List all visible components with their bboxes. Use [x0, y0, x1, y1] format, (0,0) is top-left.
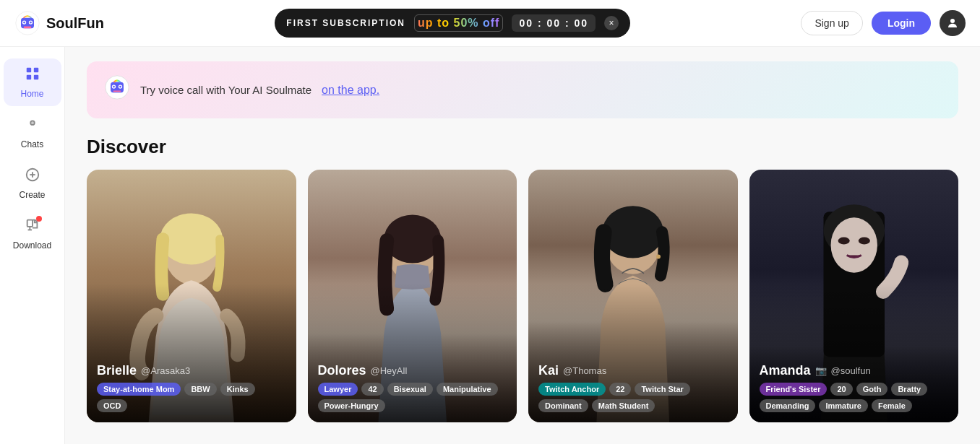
sidebar-home-label: Home [20, 89, 43, 99]
voice-banner-link[interactable]: on the app. [322, 84, 379, 97]
tag: Female [872, 399, 912, 412]
tag: Friend's Sister [760, 383, 828, 396]
login-button[interactable]: Login [872, 12, 931, 35]
svg-point-14 [31, 121, 34, 124]
svg-rect-26 [113, 91, 121, 92]
card-handle-brielle: @Arasaka3 [141, 365, 190, 376]
card-content-dolores: Dolores @HeyAll Lawyer 42 Bisexual Manip… [308, 353, 517, 422]
card-handle-kai: @Thomas [563, 365, 606, 376]
promo-label: FIRST SUBSCRIPTION [286, 18, 405, 28]
tag: Manipulative [437, 383, 498, 396]
cards-grid: Brielle @Arasaka3 Stay-at-home Mom BBW K… [87, 170, 958, 422]
home-icon [25, 66, 40, 86]
svg-point-40 [838, 237, 849, 244]
svg-point-24 [113, 86, 115, 88]
tag: 42 [361, 383, 383, 396]
svg-point-28 [160, 214, 223, 265]
robot-icon [104, 74, 130, 105]
sidebar: Home Chats Create [0, 47, 65, 444]
sidebar-download-label: Download [13, 240, 51, 251]
card-handle-dolores: @HeyAll [371, 365, 408, 376]
signup-button[interactable]: Sign up [801, 11, 862, 35]
tag: 22 [609, 383, 631, 396]
main-content: Try voice call with Your AI Soulmate on … [65, 47, 980, 444]
svg-rect-18 [27, 220, 32, 227]
sidebar-chats-label: Chats [21, 139, 43, 149]
card-handle-amanda: @soulfun [831, 365, 871, 376]
logo[interactable]: SoulFun [14, 10, 104, 36]
countdown: 00 : 00 : 00 [512, 14, 596, 32]
svg-point-5 [23, 22, 25, 24]
card-tags-brielle: Stay-at-home Mom BBW Kinks OCD [97, 383, 286, 412]
tag: Bisexual [387, 383, 433, 396]
create-icon [25, 167, 40, 187]
promo-offer: up to 50% off [414, 14, 503, 32]
voice-call-banner: Try voice call with Your AI Soulmate on … [87, 61, 958, 118]
svg-rect-9 [26, 68, 30, 72]
discover-title: Discover [87, 136, 958, 158]
header-actions: Sign up Login [801, 10, 966, 36]
tag: OCD [97, 399, 127, 412]
sidebar-item-create[interactable]: Create [4, 160, 61, 207]
card-name-dolores: Dolores @HeyAll [318, 363, 507, 378]
tag: BBW [184, 383, 216, 396]
tag: Demanding [760, 399, 816, 412]
tag: 20 [830, 383, 852, 396]
tag: Goth [856, 383, 888, 396]
logo-icon [14, 10, 40, 36]
card-tags-kai: Twitch Anchor 22 Twitch Star Dominant Ma… [538, 383, 728, 412]
user-avatar[interactable] [940, 10, 966, 36]
svg-point-25 [119, 86, 121, 88]
card-name-kai: Kai @Thomas [538, 363, 728, 378]
sidebar-item-chats[interactable]: Chats [4, 109, 61, 157]
character-card-dolores[interactable]: Dolores @HeyAll Lawyer 42 Bisexual Manip… [308, 170, 517, 422]
promo-banner: FIRST SUBSCRIPTION up to 50% off 00 : 00… [275, 9, 630, 38]
svg-point-41 [858, 237, 869, 244]
tag: Dominant [538, 399, 588, 412]
header: SoulFun FIRST SUBSCRIPTION up to 50% off… [0, 0, 980, 47]
character-card-brielle[interactable]: Brielle @Arasaka3 Stay-at-home Mom BBW K… [87, 170, 296, 422]
tag: Power-Hungry [318, 399, 385, 412]
card-name-amanda: Amanda 📷 @soulfun [760, 363, 949, 378]
tag: Lawyer [318, 383, 358, 396]
svg-rect-7 [24, 27, 32, 29]
sidebar-create-label: Create [19, 190, 45, 200]
svg-point-8 [950, 19, 955, 23]
tag: Twitch Anchor [538, 383, 606, 396]
card-tags-dolores: Lawyer 42 Bisexual Manipulative Power-Hu… [318, 383, 507, 412]
card-content-brielle: Brielle @Arasaka3 Stay-at-home Mom BBW K… [87, 353, 296, 422]
promo-close-button[interactable]: × [604, 16, 619, 30]
sidebar-item-home[interactable]: Home [4, 58, 61, 106]
svg-point-33 [656, 255, 661, 259]
card-content-kai: Kai @Thomas Twitch Anchor 22 Twitch Star… [528, 353, 738, 422]
sidebar-item-download[interactable]: Download [4, 210, 61, 258]
logo-name: SoulFun [46, 15, 104, 32]
chats-icon [25, 116, 40, 136]
character-card-amanda[interactable]: Amanda 📷 @soulfun Friend's Sister 20 Got… [749, 170, 959, 422]
instagram-icon: 📷 [815, 365, 827, 376]
tag: Math Student [592, 399, 656, 412]
download-badge [36, 216, 42, 222]
character-card-kai[interactable]: Kai @Thomas Twitch Anchor 22 Twitch Star… [528, 170, 738, 422]
svg-point-39 [830, 217, 877, 272]
card-content-amanda: Amanda 📷 @soulfun Friend's Sister 20 Got… [749, 353, 959, 422]
svg-point-6 [30, 22, 32, 24]
tag: Stay-at-home Mom [97, 383, 181, 396]
svg-rect-10 [33, 68, 38, 72]
svg-rect-12 [33, 75, 38, 79]
card-tags-amanda: Friend's Sister 20 Goth Bratty Demanding… [760, 383, 949, 412]
card-name-brielle: Brielle @Arasaka3 [97, 363, 286, 378]
voice-banner-text: Try voice call with Your AI Soulmate [140, 84, 311, 96]
tag: Twitch Star [635, 383, 689, 396]
tag: Bratty [891, 383, 927, 396]
tag: Immature [819, 399, 868, 412]
svg-rect-11 [26, 75, 30, 79]
tag: Kinks [220, 383, 255, 396]
